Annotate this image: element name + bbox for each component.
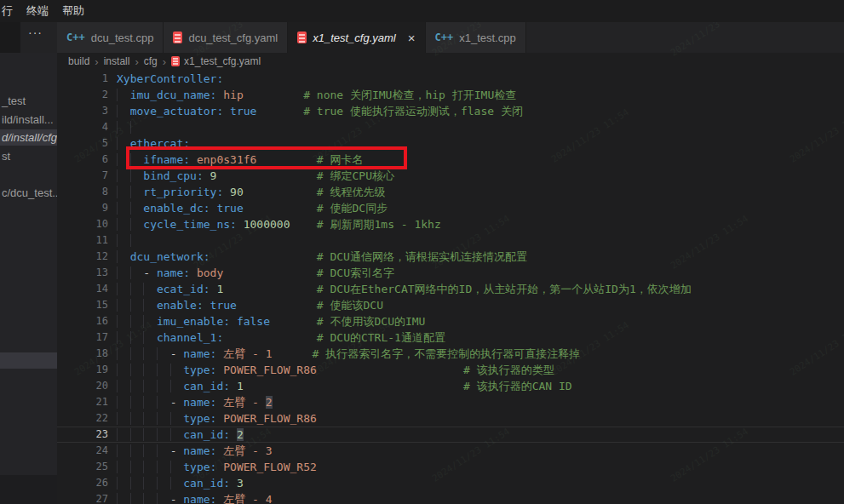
code-line-text: imu_enable: false # 不使用该DCU的IMU — [117, 313, 844, 329]
code-line[interactable]: 19 type: POWER_FLOW_R86 # 该执行器的类型 — [57, 362, 844, 378]
code-line[interactable]: 6 ifname: enp0s31f6 # 网卡名 — [57, 152, 844, 168]
more-actions-icon[interactable]: ··· — [28, 26, 43, 39]
breadcrumb-separator-icon: › — [95, 55, 98, 68]
code-line[interactable]: 12 dcu_network: # DCU通信网络，请根据实机连接情况配置 — [57, 249, 844, 265]
code-line[interactable]: 16 imu_enable: false # 不使用该DCU的IMU — [57, 313, 844, 329]
sidebar-item-d-install-cfg[interactable]: d/install/cfg — [0, 129, 57, 146]
breadcrumb-separator-icon: › — [135, 55, 138, 68]
line-number: 17 — [57, 329, 117, 346]
sidebar-item-st[interactable]: st — [0, 148, 57, 164]
line-number: 1 — [57, 71, 117, 87]
sidebar-bottom-panel — [0, 475, 57, 504]
code-line[interactable]: 10 cycle_time_ns: 1000000 # 刷新周期1ms - 1k… — [57, 216, 844, 232]
code-line[interactable]: 17 channel_1: # DCU的CTRL-1通道配置 — [57, 329, 844, 346]
tab-label: x1_test.cpp — [459, 32, 516, 44]
code-line-text: - name: body # DCU索引名字 — [117, 265, 844, 281]
line-number: 8 — [57, 184, 117, 200]
app-window: 行终端帮助 ··· _testild/install...d/install/c… — [0, 0, 844, 504]
code-line-text: type: POWER_FLOW_R86 — [117, 410, 844, 427]
line-number: 5 — [57, 135, 117, 152]
tab-x1-test-cpp[interactable]: C++x1_test.cpp — [426, 22, 526, 53]
menu-item-[interactable]: 帮助 — [55, 0, 91, 22]
sidebar-item-test[interactable]: _test — [0, 93, 57, 109]
code-line[interactable]: 21 - name: 左臂 - 2 — [57, 394, 844, 410]
code-line-text: XyberController: — [117, 71, 844, 87]
code-line[interactable]: 27 - name: 左臂 - 4 — [57, 491, 844, 504]
code-line[interactable]: 8 rt_priority: 90 # 线程优先级 — [57, 184, 844, 200]
yaml-file-icon — [297, 32, 307, 43]
code-line-text: move_actuator: true # true 使能执行器运动测试，fla… — [117, 103, 844, 119]
sidebar-item-ild-install[interactable]: ild/install... — [0, 112, 57, 128]
code-line-text: can_id: 3 — [117, 475, 844, 491]
line-number: 3 — [57, 103, 117, 119]
code-line[interactable]: 1XyberController: — [57, 71, 844, 87]
tab-label: x1_test_cfg.yaml — [313, 32, 396, 44]
sidebar-highlight-row[interactable] — [0, 352, 57, 369]
code-line[interactable]: 7 bind_cpu: 9 # 绑定CPU核心 — [57, 168, 844, 184]
line-number: 22 — [57, 410, 117, 427]
code-line[interactable]: 24 - name: 左臂 - 3 — [57, 443, 844, 459]
line-number: 10 — [57, 216, 117, 232]
code-line-text — [117, 232, 844, 249]
code-line-text: rt_priority: 90 # 线程优先级 — [117, 184, 844, 200]
code-line[interactable]: 25 type: POWER_FLOW_R52 — [57, 459, 844, 475]
line-number: 21 — [57, 394, 117, 410]
line-number: 15 — [57, 297, 117, 313]
line-number: 24 — [57, 443, 117, 459]
code-line[interactable]: 14 ecat_id: 1 # DCU在EtherCAT网络中的ID，从主站开始… — [57, 281, 844, 297]
code-line[interactable]: 2 imu_dcu_name: hip # none 关闭IMU检查，hip 打… — [57, 87, 844, 103]
code-line-text: can_id: 2 — [117, 427, 844, 443]
code-line[interactable]: 26 can_id: 3 — [57, 475, 844, 491]
code-line-text: enable_dc: true # 使能DC同步 — [117, 200, 844, 216]
breadcrumb-item-install[interactable]: install — [104, 55, 130, 67]
code-line[interactable]: 15 enable: true # 使能该DCU — [57, 297, 844, 313]
menu-item-[interactable]: 行 — [0, 0, 20, 22]
code-line-text: - name: 左臂 - 2 — [117, 394, 844, 410]
line-number: 23 — [57, 427, 117, 443]
breadcrumb-file-label: x1_test_cfg.yaml — [184, 55, 261, 67]
breadcrumb-file[interactable]: x1_test_cfg.yaml — [171, 55, 261, 67]
code-line[interactable]: 18 - name: 左臂 - 1 # 执行器索引名字，不需要控制的执行器可直接… — [57, 346, 844, 362]
editor-group: C++dcu_test.cppdcu_test_cfg.yamlx1_test_… — [57, 22, 844, 504]
yaml-file-icon — [173, 32, 182, 43]
code-line[interactable]: 11 — [57, 232, 844, 249]
tab-dcu-test-cpp[interactable]: C++dcu_test.cpp — [57, 22, 164, 53]
line-number: 4 — [57, 119, 117, 135]
code-line[interactable]: 20 can_id: 1 # 该执行器的CAN ID — [57, 378, 844, 394]
code-line-text: - name: 左臂 - 1 # 执行器索引名字，不需要控制的执行器可直接注释掉 — [117, 346, 844, 362]
code-line-text: channel_1: # DCU的CTRL-1通道配置 — [117, 329, 844, 346]
breadcrumb-separator-icon: › — [163, 55, 166, 68]
cpp-file-icon: C++ — [66, 32, 85, 43]
code-line-text: cycle_time_ns: 1000000 # 刷新周期1ms - 1khz — [117, 216, 844, 232]
line-number: 25 — [57, 459, 117, 475]
code-line-text: ifname: enp0s31f6 # 网卡名 — [117, 152, 844, 168]
line-number: 13 — [57, 265, 117, 281]
tab-dcu-test-cfg-yaml[interactable]: dcu_test_cfg.yaml — [164, 22, 288, 53]
code-line-text — [117, 119, 844, 135]
close-icon[interactable]: × — [408, 31, 416, 45]
code-line-text: ecat_id: 1 # DCU在EtherCAT网络中的ID，从主站开始，第一… — [117, 281, 844, 297]
breadcrumb-item-cfg[interactable]: cfg — [144, 55, 158, 67]
code-line-text: - name: 左臂 - 3 — [117, 443, 844, 459]
tab-label: dcu_test.cpp — [91, 32, 154, 44]
code-line[interactable]: 3 move_actuator: true # true 使能执行器运动测试，f… — [57, 103, 844, 119]
sidebar-header-strip — [0, 22, 20, 53]
code-line[interactable]: 22 type: POWER_FLOW_R86 — [57, 410, 844, 427]
menu-item-[interactable]: 终端 — [20, 0, 55, 22]
line-number: 16 — [57, 313, 117, 329]
breadcrumb-item-build[interactable]: build — [68, 55, 89, 67]
code-line[interactable]: 9 enable_dc: true # 使能DC同步 — [57, 200, 844, 216]
line-number: 2 — [57, 87, 117, 103]
code-line-text: ethercat: — [117, 135, 844, 152]
code-line[interactable]: 5 ethercat: — [57, 135, 844, 152]
code-line-text: can_id: 1 # 该执行器的CAN ID — [117, 378, 844, 394]
line-number: 26 — [57, 475, 117, 491]
code-line[interactable]: 13 - name: body # DCU索引名字 — [57, 265, 844, 281]
sidebar-item-c-dcu-test[interactable]: c/dcu_test... — [0, 185, 57, 201]
code-line-text: imu_dcu_name: hip # none 关闭IMU检查，hip 打开I… — [117, 87, 844, 103]
code-line[interactable]: 4 — [57, 119, 844, 135]
yaml-file-icon — [171, 56, 180, 66]
code-line[interactable]: 23 can_id: 2 — [57, 427, 844, 443]
tab-label: dcu_test_cfg.yaml — [188, 32, 278, 44]
tab-x1-test-cfg-yaml[interactable]: x1_test_cfg.yaml× — [288, 22, 425, 53]
